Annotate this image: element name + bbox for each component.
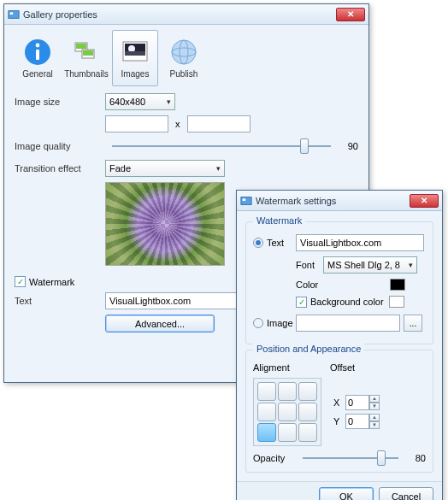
- quality-slider[interactable]: [112, 145, 331, 147]
- align-bl[interactable]: [257, 423, 276, 442]
- watermark-text-input[interactable]: [105, 292, 251, 309]
- wm-text-input[interactable]: [296, 234, 424, 251]
- tab-thumbnails[interactable]: Thumbnails: [63, 30, 109, 86]
- spin-down-icon[interactable]: ▼: [369, 421, 380, 429]
- align-br[interactable]: [298, 423, 317, 442]
- tab-label: Thumbnails: [64, 69, 109, 79]
- align-bc[interactable]: [278, 423, 297, 442]
- offset-label: Offset: [330, 362, 355, 373]
- watermark-titlebar[interactable]: Watermark settings ✕: [237, 191, 442, 211]
- watermark-checkbox[interactable]: ✓: [15, 276, 26, 287]
- align-tc[interactable]: [278, 382, 297, 401]
- text-radio-label: Text: [267, 238, 296, 248]
- image-size-label: Image size: [15, 97, 105, 107]
- cancel-button[interactable]: Cancel: [379, 487, 433, 500]
- svg-point-4: [36, 44, 40, 48]
- tab-general[interactable]: General: [15, 30, 61, 86]
- advanced-button[interactable]: Advanced...: [105, 315, 215, 332]
- bgcolor-swatch[interactable]: [389, 296, 404, 308]
- svg-rect-3: [36, 50, 39, 60]
- align-ml[interactable]: [257, 403, 276, 421]
- alignment-grid: [253, 378, 321, 446]
- transition-preview: [105, 182, 225, 266]
- align-tr[interactable]: [298, 382, 317, 401]
- spin-up-icon[interactable]: ▲: [369, 395, 380, 403]
- svg-rect-8: [83, 50, 93, 56]
- svg-rect-6: [76, 44, 86, 49]
- close-icon[interactable]: ✕: [410, 194, 439, 208]
- quality-value: 90: [338, 141, 358, 151]
- spin-down-icon[interactable]: ▼: [369, 403, 380, 410]
- watermark-body: Watermark Text Font MS Shell Dlg 2, 8 Co…: [237, 211, 442, 481]
- watermark-check-label: Watermark: [29, 277, 74, 287]
- transition-select[interactable]: Fade: [105, 160, 225, 177]
- image-size-select[interactable]: 640x480: [105, 93, 175, 110]
- text-label: Text: [15, 296, 105, 306]
- color-label: Color: [296, 279, 390, 290]
- watermark-group: Watermark Text Font MS Shell Dlg 2, 8 Co…: [245, 221, 433, 344]
- watermark-settings-window: Watermark settings ✕ Watermark Text Font…: [236, 190, 443, 500]
- image-radio-label: Image: [267, 318, 296, 328]
- dim-separator: x: [175, 119, 180, 129]
- text-radio[interactable]: [253, 238, 263, 248]
- browse-button[interactable]: ...: [404, 315, 422, 332]
- offset-x-spinner[interactable]: ▲▼: [345, 395, 380, 410]
- globe-icon: [169, 38, 198, 67]
- align-tl[interactable]: [257, 382, 276, 401]
- opacity-thumb[interactable]: [377, 450, 386, 466]
- close-icon[interactable]: ✕: [336, 8, 365, 21]
- ok-button[interactable]: OK: [319, 487, 374, 500]
- tab-label: Images: [121, 69, 150, 79]
- info-icon: [23, 38, 52, 67]
- gallery-titlebar[interactable]: Gallery properties ✕: [4, 4, 368, 25]
- position-group-label: Position and Appearance: [253, 344, 364, 354]
- bgcolor-label: Background color: [310, 297, 389, 307]
- svg-point-11: [128, 45, 135, 52]
- y-label: Y: [333, 416, 345, 426]
- app-icon: [240, 195, 252, 207]
- gallery-title: Gallery properties: [23, 9, 97, 20]
- width-input[interactable]: [105, 115, 168, 132]
- images-icon: [121, 38, 150, 67]
- quality-label: Image quality: [15, 141, 105, 151]
- alignment-label: Aligment: [253, 362, 330, 373]
- align-mr[interactable]: [298, 403, 317, 421]
- font-select[interactable]: MS Shell Dlg 2, 8: [323, 256, 417, 274]
- svg-rect-17: [243, 198, 246, 201]
- offset-y-spinner[interactable]: ▲▼: [345, 414, 380, 429]
- opacity-label: Opacity: [253, 453, 296, 463]
- offset-y-input[interactable]: [345, 414, 369, 429]
- opacity-slider[interactable]: [303, 457, 398, 459]
- svg-point-13: [172, 40, 196, 64]
- wm-image-input[interactable]: [296, 315, 400, 332]
- font-label: Font: [296, 260, 323, 270]
- watermark-title: Watermark settings: [256, 196, 336, 206]
- x-label: X: [333, 397, 345, 408]
- color-swatch[interactable]: [390, 279, 405, 291]
- bgcolor-checkbox[interactable]: ✓: [296, 297, 307, 308]
- position-group: Position and Appearance Aligment Offset: [245, 350, 433, 473]
- tab-label: Publish: [170, 69, 198, 79]
- dialog-buttons: OK Cancel: [237, 481, 442, 500]
- tab-images[interactable]: Images: [112, 30, 158, 86]
- spin-up-icon[interactable]: ▲: [369, 414, 380, 421]
- svg-rect-12: [125, 51, 145, 56]
- image-radio[interactable]: [253, 318, 263, 328]
- offset-x-input[interactable]: [345, 395, 369, 410]
- app-icon: [8, 9, 20, 21]
- tab-strip: General Thumbnails Images Publish: [15, 30, 358, 86]
- transition-label: Transition effect: [15, 163, 105, 174]
- opacity-value: 80: [405, 453, 426, 463]
- quality-thumb[interactable]: [300, 138, 309, 154]
- height-input[interactable]: [187, 115, 251, 132]
- align-mc[interactable]: [278, 403, 297, 421]
- svg-rect-1: [10, 12, 14, 15]
- thumbnails-icon: [72, 38, 101, 67]
- tab-publish[interactable]: Publish: [161, 30, 207, 86]
- tab-label: General: [22, 69, 53, 79]
- watermark-group-label: Watermark: [253, 215, 305, 226]
